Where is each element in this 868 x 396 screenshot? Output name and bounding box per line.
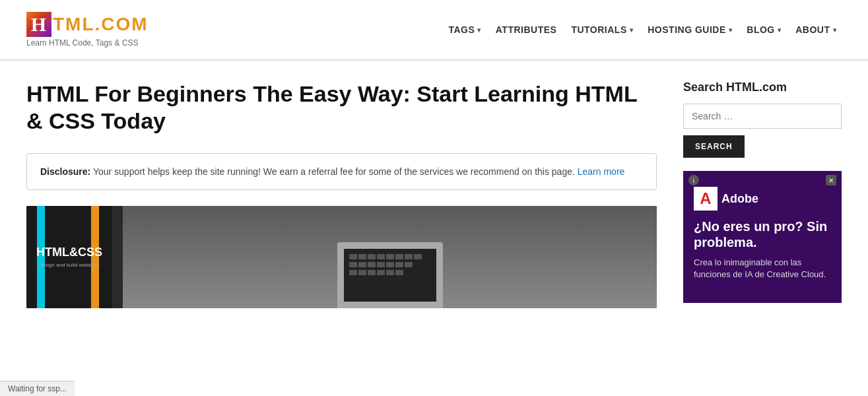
keyboard-row-3 xyxy=(349,270,431,275)
adobe-logo: A Adobe xyxy=(694,187,831,211)
nav-item-about[interactable]: ABOUT ▾ xyxy=(790,20,842,39)
nav-item-attributes[interactable]: ATTRIBUTES xyxy=(490,20,562,39)
key xyxy=(358,262,366,267)
adobe-brand-name: Adobe xyxy=(721,192,758,206)
logo-rest-text: TML.COM xyxy=(53,14,149,35)
ad-body: Crea lo inimaginable con las funciones d… xyxy=(694,257,831,280)
status-bar: Waiting for ssp... xyxy=(0,381,75,396)
featured-image: HTML&CSS design and build websites xyxy=(26,206,657,308)
key xyxy=(377,262,385,267)
nav-item-tutorials[interactable]: TUTORIALS ▾ xyxy=(566,20,638,39)
key xyxy=(405,254,413,259)
ad-headline: ¿No eres un pro? Sin problema. xyxy=(694,218,831,250)
tags-arrow-icon: ▾ xyxy=(477,26,481,34)
key xyxy=(414,254,422,259)
logo[interactable]: H TML.COM xyxy=(26,12,149,37)
nav-item-hosting[interactable]: HOSTING GUIDE ▾ xyxy=(642,20,737,39)
key xyxy=(377,254,385,259)
key xyxy=(368,262,376,267)
key xyxy=(395,270,403,275)
logo-h-icon: H xyxy=(26,12,51,37)
site-tagline: Learn HTML Code, Tags & CSS xyxy=(26,38,149,48)
key xyxy=(395,254,403,259)
content-area: HTML For Beginners The Easy Way: Start L… xyxy=(0,61,868,328)
key xyxy=(349,262,357,267)
key xyxy=(386,254,394,259)
key xyxy=(358,254,366,259)
nav-item-tags[interactable]: TAGS ▾ xyxy=(443,20,486,39)
key xyxy=(368,254,376,259)
main-nav: TAGS ▾ ATTRIBUTES TUTORIALS ▾ HOSTING GU… xyxy=(443,20,842,39)
book-subtitle: design and build websites xyxy=(39,262,100,268)
hosting-arrow-icon: ▾ xyxy=(729,26,733,34)
site-header: H TML.COM Learn HTML Code, Tags & CSS TA… xyxy=(0,0,868,60)
disclosure-box: Disclosure: Your support helps keep the … xyxy=(26,153,657,190)
status-text: Waiting for ssp... xyxy=(8,384,67,393)
keyboard-row-2 xyxy=(349,262,431,267)
key xyxy=(386,270,394,275)
key xyxy=(377,270,385,275)
book-title: HTML&CSS xyxy=(36,246,102,259)
adobe-logo-mark: A xyxy=(694,187,718,211)
ad-box: i ✕ A Adobe ¿No eres un pro? Sin problem… xyxy=(683,171,842,303)
logo-area[interactable]: H TML.COM Learn HTML Code, Tags & CSS xyxy=(26,12,149,48)
laptop-screen xyxy=(344,249,436,302)
adobe-a-icon: A xyxy=(700,189,711,208)
key xyxy=(368,270,376,275)
disclosure-link[interactable]: Learn more xyxy=(578,166,625,177)
keyboard-row-1 xyxy=(349,254,431,259)
main-content: HTML For Beginners The Easy Way: Start L… xyxy=(26,81,657,308)
ad-close-button[interactable]: ✕ xyxy=(826,175,836,185)
laptop-area xyxy=(123,206,657,308)
ad-info-icon[interactable]: i xyxy=(688,175,699,185)
search-input[interactable] xyxy=(683,104,842,129)
about-arrow-icon: ▾ xyxy=(833,26,837,34)
key xyxy=(349,254,357,259)
sidebar: Search HTML.com SEARCH i ✕ A Adobe ¿No e… xyxy=(683,81,842,308)
sidebar-search-title: Search HTML.com xyxy=(683,81,842,94)
disclosure-text: Your support helps keep the site running… xyxy=(93,166,578,177)
blog-arrow-icon: ▾ xyxy=(778,26,782,34)
featured-image-inner: HTML&CSS design and build websites xyxy=(26,206,657,308)
search-button[interactable]: SEARCH xyxy=(683,135,745,158)
nav-item-blog[interactable]: BLOG ▾ xyxy=(741,20,786,39)
key xyxy=(405,262,413,267)
key xyxy=(386,262,394,267)
key xyxy=(349,270,357,275)
key xyxy=(358,270,366,275)
laptop-body xyxy=(337,242,443,308)
article-title: HTML For Beginners The Easy Way: Start L… xyxy=(26,81,657,135)
book-cover: HTML&CSS design and build websites xyxy=(26,206,112,308)
tutorials-arrow-icon: ▾ xyxy=(630,26,634,34)
disclosure-label: Disclosure: xyxy=(40,166,90,177)
key xyxy=(395,262,403,267)
